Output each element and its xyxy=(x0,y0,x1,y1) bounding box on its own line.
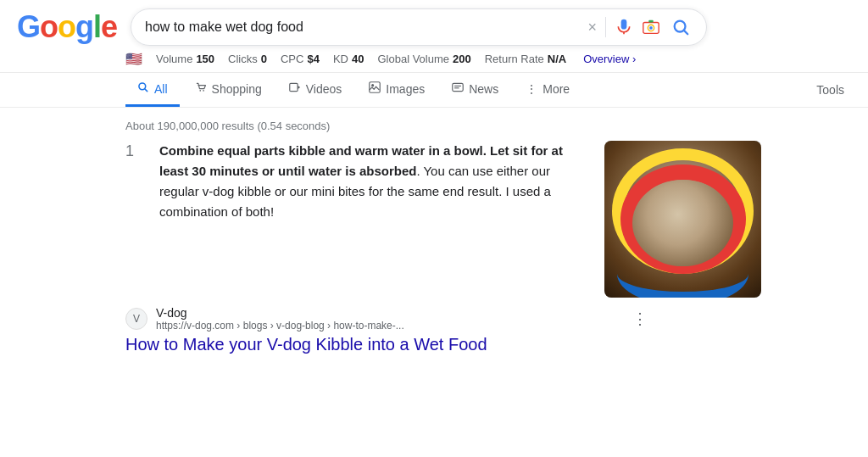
bowl-inner xyxy=(632,180,732,266)
svg-line-7 xyxy=(145,89,147,92)
tab-images[interactable]: Images xyxy=(357,73,437,107)
clear-icon[interactable]: × xyxy=(588,20,598,35)
snippet-text: Combine equal parts kibble and warm wate… xyxy=(159,141,587,222)
results-count: About 190,000,000 results (0.54 seconds) xyxy=(125,114,851,141)
volume-value: 150 xyxy=(196,53,214,65)
result-source: V V-dog https://v-dog.com › blogs › v-do… xyxy=(125,306,651,332)
result-menu-icon[interactable]: ⋮ xyxy=(629,306,651,332)
tab-shopping-label: Shopping xyxy=(212,82,262,96)
clicks-value: 0 xyxy=(261,53,267,65)
search-input[interactable] xyxy=(145,20,587,35)
snippet-image xyxy=(604,141,761,298)
header: Google × xyxy=(0,0,868,46)
all-tab-icon xyxy=(137,81,149,96)
tab-videos-label: Videos xyxy=(306,82,342,96)
divider xyxy=(605,17,606,37)
tab-more[interactable]: ⋮ More xyxy=(514,74,581,107)
tools-tab[interactable]: Tools xyxy=(810,75,851,105)
svg-rect-14 xyxy=(453,83,463,91)
results-area: About 190,000,000 results (0.54 seconds)… xyxy=(0,108,868,362)
search-bar[interactable]: × xyxy=(131,8,707,46)
result-source-info: V-dog https://v-dog.com › blogs › v-dog-… xyxy=(156,306,620,332)
kd-metric: KD 40 xyxy=(333,53,364,65)
svg-point-8 xyxy=(199,90,201,92)
volume-metric: Volume 150 xyxy=(156,53,214,65)
google-logo[interactable]: Google xyxy=(17,9,117,45)
nav-tabs: All Shopping Videos Images xyxy=(0,73,868,108)
tab-shopping[interactable]: Shopping xyxy=(183,73,274,107)
clicks-label: Clicks xyxy=(228,53,258,65)
result-title-link[interactable]: How to Make your V-dog Kibble into a Wet… xyxy=(125,333,651,355)
cpc-label: CPC xyxy=(281,53,303,65)
mic-icon[interactable] xyxy=(615,18,633,36)
tab-news[interactable]: News xyxy=(440,73,510,107)
tab-images-label: Images xyxy=(386,82,425,96)
result-site-name: V-dog xyxy=(156,306,620,320)
kd-value: 40 xyxy=(352,53,364,65)
svg-rect-12 xyxy=(370,82,380,92)
return-rate-label: Return Rate xyxy=(485,53,544,65)
kd-label: KD xyxy=(333,53,348,65)
tab-more-label: More xyxy=(542,82,570,96)
camera-icon[interactable] xyxy=(642,18,660,36)
svg-marker-11 xyxy=(298,86,300,90)
tab-videos[interactable]: Videos xyxy=(277,73,354,107)
tab-all[interactable]: All xyxy=(125,73,180,107)
svg-point-3 xyxy=(649,26,653,30)
return-rate-value: N/A xyxy=(548,53,566,65)
dog-food-image xyxy=(604,141,761,298)
tab-all-label: All xyxy=(154,82,168,96)
cpc-metric: CPC $4 xyxy=(281,53,320,65)
svg-rect-2 xyxy=(648,20,654,23)
result-url: https://v-dog.com › blogs › v-dog-blog ›… xyxy=(156,320,620,332)
global-volume-metric: Global Volume 200 xyxy=(377,53,470,65)
result-favicon: V xyxy=(125,308,147,330)
more-tab-icon: ⋮ xyxy=(526,82,537,96)
return-rate-metric: Return Rate N/A xyxy=(485,53,566,65)
search-button-icon[interactable] xyxy=(669,15,693,39)
volume-label: Volume xyxy=(156,53,192,65)
search-bar-icons: × xyxy=(588,15,693,39)
svg-line-5 xyxy=(684,31,687,34)
svg-point-9 xyxy=(203,90,204,92)
global-volume-value: 200 xyxy=(453,53,471,65)
tab-news-label: News xyxy=(469,82,498,96)
images-tab-icon xyxy=(369,81,381,96)
global-volume-label: Global Volume xyxy=(377,53,449,65)
overview-link[interactable]: Overview › xyxy=(583,53,636,65)
flag-icon: 🇺🇸 xyxy=(125,51,142,67)
svg-point-13 xyxy=(371,84,374,86)
svg-rect-10 xyxy=(290,83,298,91)
clicks-metric: Clicks 0 xyxy=(228,53,267,65)
shopping-tab-icon xyxy=(195,81,207,96)
result-card: V V-dog https://v-dog.com › blogs › v-do… xyxy=(125,298,651,355)
cpc-value: $4 xyxy=(307,53,319,65)
seo-bar: 🇺🇸 Volume 150 Clicks 0 CPC $4 KD 40 Glob… xyxy=(0,46,868,73)
snippet-number: 1 xyxy=(125,141,146,160)
news-tab-icon xyxy=(452,81,464,96)
featured-snippet: 1 Combine equal parts kibble and warm wa… xyxy=(125,141,761,298)
videos-tab-icon xyxy=(289,81,301,96)
